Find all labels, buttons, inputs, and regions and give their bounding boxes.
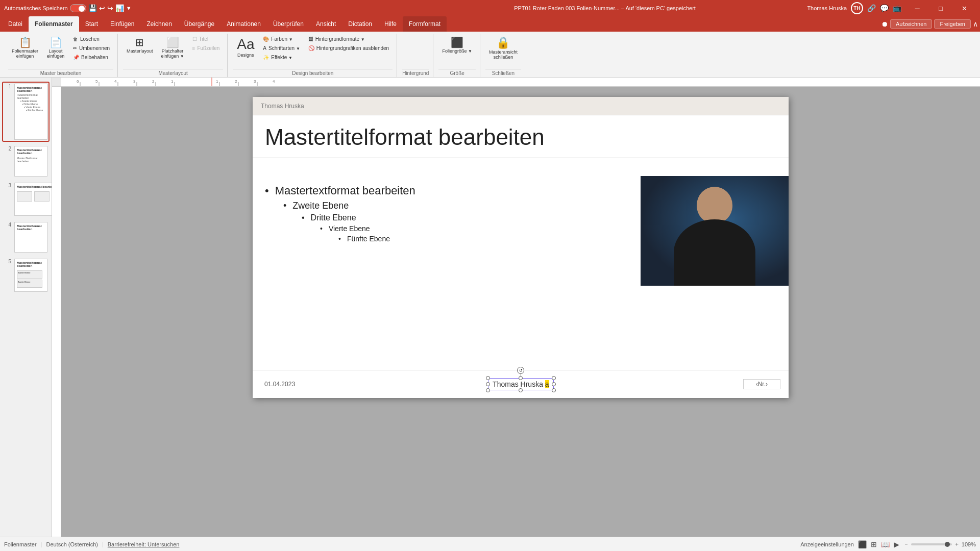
umbenennen-icon: ✏ — [73, 45, 77, 51]
layout-einfuegen-button[interactable]: 📄 Layouteinfügen — [43, 35, 68, 61]
tab-folienmaster[interactable]: Folienmaster — [29, 16, 79, 32]
farben-icon: 🎨 — [263, 36, 269, 42]
slide-title-area[interactable]: Mastertitelformat bearbeiten — [253, 115, 789, 158]
zoom-in-button[interactable]: ＋ — [954, 540, 960, 548]
effekte-icon: ✨ — [263, 55, 269, 60]
ribbon-group-groesse-buttons: ⬛ Foliengröße ▼ — [438, 34, 475, 69]
display-settings[interactable]: Anzeigeeinstellungen — [800, 541, 854, 547]
share-icon[interactable]: 🔗 — [867, 4, 876, 12]
statusbar-right: Anzeigeeinstellungen ⬛ ⊞ 📖 ▶ － ＋ 109% — [800, 540, 976, 548]
titlebar-left: Automatisches Speichern 💾 ↩ ↪ 📊 ▼ — [4, 4, 403, 12]
slide: Thomas Hruska Mastertitelformat bearbeit… — [253, 97, 789, 398]
tab-ueberpruefen[interactable]: Überprüfen — [267, 16, 310, 32]
footer-name-container[interactable]: ↺ — [488, 378, 554, 390]
zoom-out-button[interactable]: － — [903, 540, 909, 548]
foliengroesse-button[interactable]: ⬛ Foliengröße ▼ — [438, 35, 475, 56]
titel-button[interactable]: ☐ Titel — [189, 35, 224, 43]
svg-text:4: 4 — [114, 79, 117, 84]
tab-animationen[interactable]: Animationen — [220, 16, 267, 32]
slide-sorter-icon[interactable]: ⊞ — [871, 540, 877, 548]
zoom-slider[interactable] — [911, 543, 952, 545]
umbenennen-button[interactable]: ✏ Umbenennen — [69, 44, 113, 53]
tab-start[interactable]: Start — [79, 16, 104, 32]
svg-text:5: 5 — [95, 79, 98, 84]
close-button[interactable]: ✕ — [952, 0, 976, 16]
reading-view-icon[interactable]: 📖 — [881, 540, 890, 548]
comment-icon[interactable]: 💬 — [880, 4, 889, 12]
handle-bl[interactable] — [486, 388, 490, 392]
tab-hilfe[interactable]: Hilfe — [378, 16, 403, 32]
record-icon: ⏺ — [881, 20, 888, 28]
slide-thumb-2[interactable]: 2 Mastertitelformatbearbeiten Master-Tit… — [2, 144, 50, 179]
fusszeilen-icon: ≡ — [192, 45, 195, 51]
user-avatar[interactable]: TH — [851, 2, 863, 14]
more-options-icon[interactable]: ▼ — [126, 5, 132, 11]
collapse-ribbon-icon[interactable]: ∧ — [973, 20, 978, 28]
designs-button[interactable]: Aa Designs — [233, 35, 258, 60]
svg-text:1: 1 — [171, 79, 174, 84]
rotation-handle[interactable]: ↺ — [517, 367, 524, 374]
hintergrundformate-icon: 🖼 — [308, 36, 313, 42]
effekte-button[interactable]: ✨ Effekte ▼ — [259, 53, 304, 62]
beibehalten-button[interactable]: 📌 Beibehalten — [69, 53, 113, 62]
handle-tc[interactable] — [519, 376, 523, 380]
accessibility-label[interactable]: Barrierefreiheit: Untersuchen — [108, 541, 180, 547]
hintergrundgrafiken-button[interactable]: 🚫 Hintergrundgrafiken ausblenden — [305, 44, 393, 53]
minimize-button[interactable]: ─ — [905, 0, 929, 16]
masterlayout-icon: ⊞ — [135, 37, 144, 47]
handle-mr[interactable] — [552, 382, 556, 386]
tab-zeichnen[interactable]: Zeichnen — [140, 16, 178, 32]
tab-dictation[interactable]: Dictation — [342, 16, 378, 32]
design-small-buttons-2: 🖼 Hintergrundformate ▼ 🚫 Hintergrundgraf… — [305, 35, 393, 53]
farben-button[interactable]: 🎨 Farben ▼ — [259, 35, 304, 43]
bullet-1: • Mastertextformat bearbeiten — [265, 184, 608, 197]
platzhalter-button[interactable]: ⬜ Platzhaltereinfügen ▼ — [158, 35, 188, 61]
share-button[interactable]: Freigeben — [934, 19, 971, 29]
autosave-toggle[interactable] — [70, 4, 86, 12]
ribbon-group-masterlayout: ⊞ Masterlayout ⬜ Platzhaltereinfügen ▼ ☐… — [119, 34, 228, 77]
loeschen-button[interactable]: 🗑 Löschen — [69, 35, 113, 43]
hintergrundformate-button[interactable]: 🖼 Hintergrundformate ▼ — [305, 35, 393, 43]
hintergrund-label: Hintergrund — [402, 69, 429, 77]
autosave-label: Automatisches Speichern — [4, 5, 68, 11]
tab-einfuegen[interactable]: Einfügen — [104, 16, 140, 32]
ribbon-right-buttons: ⏺ Aufzeichnen Freigeben ∧ — [881, 19, 978, 29]
titlebar-center: PPT01 Roter Faden 003 Folien-Nummer... –… — [406, 5, 804, 11]
normal-view-icon[interactable]: ⬛ — [858, 540, 867, 548]
folienmaster-einfuegen-button[interactable]: 📋 Folienmastereinfügen — [8, 35, 42, 61]
handle-tr[interactable] — [552, 376, 556, 380]
undo-icon[interactable]: ↩ — [99, 4, 105, 12]
slide-thumb-1[interactable]: 1 Mastertitelformat bearbeiten • Mastert… — [2, 82, 50, 142]
tab-datei[interactable]: Datei — [2, 16, 29, 32]
platzhalter-icon: ⬜ — [166, 37, 179, 47]
slide-content-area[interactable]: • Mastertextformat bearbeiten • Zweite E… — [253, 176, 620, 367]
save-icon[interactable]: 💾 — [88, 4, 97, 12]
slide-thumb-4[interactable]: 4 Mastertitelformatbearbeiten — [2, 220, 50, 255]
schriftarten-button[interactable]: A Schriftarten ▼ — [259, 44, 304, 53]
record-button[interactable]: Aufzeichnen — [890, 19, 933, 29]
masterlayout-button[interactable]: ⊞ Masterlayout — [123, 35, 157, 56]
language-label: Deutsch (Österreich) — [46, 541, 97, 547]
handle-br[interactable] — [552, 388, 556, 392]
svg-text:3: 3 — [254, 79, 256, 84]
work-area[interactable]: Thomas Hruska Mastertitelformat bearbeit… — [61, 87, 980, 537]
bullet-4: • Vierte Ebene — [320, 224, 608, 233]
svg-text:2: 2 — [152, 79, 155, 84]
fusszeilen-button[interactable]: ≡ Fußzeilen — [189, 44, 224, 53]
handle-bc[interactable] — [519, 388, 523, 392]
zoom-thumb[interactable] — [945, 542, 950, 547]
zoom-level[interactable]: 109% — [962, 541, 976, 547]
masteransicht-schliessen-button[interactable]: 🔒 Masteransichtschließen — [485, 35, 521, 62]
present-icon[interactable]: ▶ — [894, 540, 899, 548]
handle-ml[interactable] — [486, 382, 490, 386]
tab-ansicht[interactable]: Ansicht — [310, 16, 342, 32]
slide-preview-5: Mastertitelformat bearbeiten Zweite Eben… — [14, 259, 47, 292]
present-icon[interactable]: 📺 — [893, 4, 901, 12]
tab-formformat[interactable]: Formformat — [403, 16, 447, 32]
redo-icon[interactable]: ↪ — [107, 4, 113, 12]
slide-thumb-3[interactable]: 3 Mastertitelformat bearbeiten — [2, 181, 50, 218]
tab-uebergaenge[interactable]: Übergänge — [178, 16, 220, 32]
svg-text:2: 2 — [235, 79, 237, 84]
slide-thumb-5[interactable]: 5 Mastertitelformat bearbeiten Zweite Eb… — [2, 257, 50, 294]
maximize-button[interactable]: □ — [929, 0, 952, 16]
